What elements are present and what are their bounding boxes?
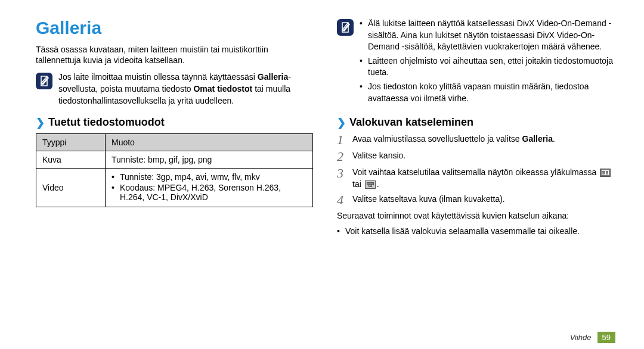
note-icon (337, 19, 354, 36)
th-format: Muoto (106, 134, 313, 151)
chevron-icon: ❯ (337, 117, 346, 128)
cell-type: Video (36, 169, 106, 207)
note-text: Älä lukitse laitteen näyttöä katsellessa… (360, 18, 614, 107)
step-number: 4 (337, 194, 346, 207)
step-number: 3 (337, 167, 346, 180)
subheading-label: Tuetut tiedostomuodot (48, 116, 165, 129)
step-item: 4 Valitse katseltava kuva (ilman kuvaket… (337, 194, 614, 207)
note-block: Jos laite ilmoittaa muistin ollessa täyn… (36, 71, 313, 107)
note-bold-1: Galleria (258, 72, 288, 82)
note-icon (36, 73, 52, 89)
table-row: Video Tunniste: 3gp, mp4, avi, wmv, flv,… (36, 169, 313, 207)
bullet-list: Voit katsella lisää valokuvia selaamalla… (337, 226, 614, 238)
right-column: Älä lukitse laitteen näyttöä katsellessa… (337, 18, 614, 328)
grid-view-icon (600, 169, 611, 177)
note-text: Jos laite ilmoittaa muistin ollessa täyn… (58, 71, 313, 107)
table-row: Kuva Tunniste: bmp, gif, jpg, png (36, 151, 313, 169)
step-number: 1 (337, 133, 346, 147)
table-header-row: Tyyppi Muoto (36, 134, 313, 151)
subheading-viewing: ❯ Valokuvan katseleminen (337, 116, 614, 129)
step-text: . (553, 134, 555, 144)
section-title: Galleria (36, 18, 313, 38)
after-steps-text: Seuraavat toiminnot ovat käytettävissä k… (337, 210, 614, 222)
footer-page-number: 59 (597, 332, 615, 343)
note-item: Jos tiedoston koko ylittää vapaan muisti… (360, 81, 614, 104)
subheading-formats: ❯ Tuetut tiedostomuodot (36, 116, 313, 129)
cell-format: Tunniste: bmp, gif, jpg, png (106, 151, 313, 169)
cell-type: Kuva (36, 151, 106, 169)
chevron-icon: ❯ (36, 117, 45, 128)
format-item: Tunniste: 3gp, mp4, avi, wmv, flv, mkv (112, 172, 306, 182)
left-column: Galleria Tässä osassa kuvataan, miten la… (36, 18, 313, 328)
formats-table: Tyyppi Muoto Kuva Tunniste: bmp, gif, jp… (36, 133, 313, 207)
step-text: . (377, 179, 379, 189)
th-type: Tyyppi (36, 134, 106, 151)
step-item: 2 Valitse kansio. (337, 150, 614, 163)
step-text: Voit vaihtaa katselutilaa valitsemalla n… (352, 167, 599, 177)
document-page: Galleria Tässä osassa kuvataan, miten la… (0, 0, 644, 339)
step-text: Avaa valmiustilassa sovellusluettelo ja … (352, 134, 522, 144)
page-footer: Viihde 59 (570, 332, 615, 343)
format-item: Koodaus: MPEG4, H.263, Sorenson H.263, H… (112, 183, 306, 202)
note-item: Älä lukitse laitteen näyttöä katsellessa… (360, 18, 614, 53)
stack-view-icon (365, 180, 376, 189)
step-number: 2 (337, 150, 346, 163)
step-item: 3 Voit vaihtaa katselutilaa valitsemalla… (337, 167, 614, 190)
bullet-item: Voit katsella lisää valokuvia selaamalla… (337, 226, 614, 238)
note-item: Laitteen ohjelmisto voi aiheuttaa sen, e… (360, 55, 614, 79)
step-text: tai (352, 179, 364, 189)
steps-list: 1 Avaa valmiustilassa sovellusluettelo j… (337, 133, 614, 207)
step-text: Valitse kansio. (352, 150, 405, 162)
intro-text: Tässä osassa kuvataan, miten laitteen mu… (36, 44, 313, 66)
subheading-label: Valokuvan katseleminen (349, 116, 473, 129)
note-prefix: Jos laite ilmoittaa muistin ollessa täyn… (58, 72, 258, 82)
note-block: Älä lukitse laitteen näyttöä katsellessa… (337, 18, 614, 107)
step-text: Valitse katseltava kuva (ilman kuvaketta… (352, 194, 505, 205)
cell-format: Tunniste: 3gp, mp4, avi, wmv, flv, mkv K… (106, 169, 313, 207)
step-item: 1 Avaa valmiustilassa sovellusluettelo j… (337, 133, 614, 147)
note-bold-2: Omat tiedostot (193, 84, 252, 94)
step-bold: Galleria (522, 134, 553, 144)
footer-category: Viihde (570, 333, 592, 342)
